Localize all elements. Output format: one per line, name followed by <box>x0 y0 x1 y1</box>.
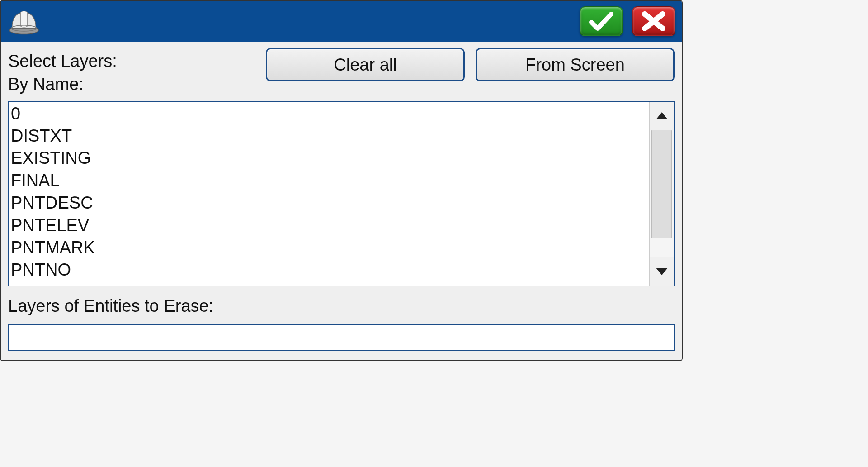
layers-to-erase-input[interactable] <box>8 324 675 351</box>
titlebar <box>1 1 682 42</box>
layer-list-items: 0 DISTXT EXISTING FINAL PNTDESC PNTELEV … <box>9 102 649 286</box>
list-item[interactable]: PNTDESC <box>11 192 646 214</box>
labels-block: Select Layers: By Name: <box>8 48 266 96</box>
scroll-thumb[interactable] <box>651 130 672 238</box>
list-item[interactable]: PNTNO <box>11 259 646 281</box>
layer-select-dialog: Select Layers: By Name: Clear all From S… <box>0 0 683 361</box>
clear-all-label: Clear all <box>334 55 396 75</box>
svg-marker-3 <box>656 268 668 275</box>
by-name-label: By Name: <box>8 73 266 96</box>
scroll-up-button[interactable] <box>650 102 674 130</box>
top-row: Select Layers: By Name: Clear all From S… <box>8 48 675 96</box>
dialog-content: Select Layers: By Name: Clear all From S… <box>1 42 682 360</box>
list-item[interactable]: 0 <box>11 103 646 125</box>
from-screen-label: From Screen <box>525 55 625 75</box>
titlebar-left <box>7 6 41 36</box>
list-item[interactable]: FINAL <box>11 170 646 192</box>
checkmark-icon <box>589 10 614 32</box>
svg-marker-2 <box>656 112 668 119</box>
titlebar-right <box>580 6 675 36</box>
list-item[interactable]: PNTMARK <box>11 237 646 259</box>
list-item[interactable]: PNTELEV <box>11 214 646 237</box>
scroll-down-button[interactable] <box>650 257 674 286</box>
vertical-scrollbar[interactable] <box>649 102 674 286</box>
list-item[interactable]: DISTXT <box>11 125 646 147</box>
select-layers-label: Select Layers: <box>8 50 266 73</box>
buttons-block: Clear all From Screen <box>266 48 675 81</box>
from-screen-button[interactable]: From Screen <box>476 48 675 81</box>
layers-to-erase-label: Layers of Entities to Erase: <box>8 296 675 316</box>
ok-button[interactable] <box>580 6 623 36</box>
chevron-up-icon <box>655 111 669 120</box>
chevron-down-icon <box>655 267 669 276</box>
clear-all-button[interactable]: Clear all <box>266 48 465 81</box>
cancel-button[interactable] <box>632 6 675 36</box>
list-item[interactable]: EXISTING <box>11 147 646 169</box>
hardhat-icon <box>7 6 41 36</box>
x-icon <box>642 11 665 31</box>
scroll-track[interactable] <box>650 130 674 257</box>
layer-listbox[interactable]: 0 DISTXT EXISTING FINAL PNTDESC PNTELEV … <box>8 101 675 286</box>
